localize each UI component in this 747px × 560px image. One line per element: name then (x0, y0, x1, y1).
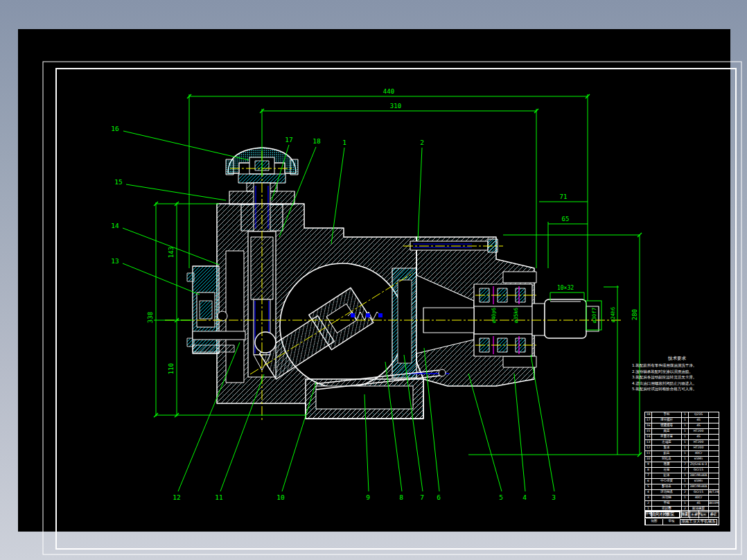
callout-2: 2 (420, 139, 424, 146)
dim-310: 310 (390, 103, 401, 110)
dim-440: 440 (383, 88, 394, 95)
callout-4: 4 (522, 493, 527, 501)
parts-table-row: 15阀盖1HT200 (645, 428, 719, 434)
dim-65: 65 (562, 216, 570, 222)
callout-12: 12 (173, 493, 180, 501)
material-label: 材料 (698, 511, 708, 518)
parts-table-row: 14变量活塞145 (645, 434, 719, 439)
qty-label: 数量 (689, 511, 699, 518)
desktop-background: { "colors":{"background_top":"#8794aa","… (0, 0, 747, 560)
callout-1: 1 (342, 139, 346, 146)
title-block-signatures: 制图 审核 (645, 519, 680, 525)
technical-note-line: 4.进出油口用螺塞封闭防止污物进入。 (632, 380, 722, 387)
dim-143: 143 (168, 247, 175, 258)
parts-table-row: 4滚动轴承2GCr15GB/T283 (645, 489, 719, 495)
callout-17: 17 (285, 136, 292, 143)
parts-table-row: 18手轮1Q235 (645, 412, 719, 417)
organization-name: 湖南工业大学机械系 (680, 519, 717, 525)
parts-table-row: 5配油盘138CrMoAlA (645, 484, 719, 489)
parts-table-row: 13左端盖1HT200 (645, 439, 719, 445)
parts-table-row: 2平键145GB1096 (645, 500, 719, 506)
parts-table-row: 16锁紧螺母145 (645, 423, 719, 428)
title-block-fields: 比例 数量 材料 图号 (680, 511, 717, 518)
callout-11: 11 (215, 493, 223, 501)
drafter-label: 制图 (645, 519, 662, 525)
parts-table-row: 3传动轴140Cr (645, 495, 719, 500)
parts-table-row: 6中心弹簧165Mn (645, 478, 719, 484)
technical-note-line: 1.装配前所有零件须用煤油清洗干净。 (632, 362, 722, 369)
parts-table-row: 7缸体138CrMoAlA (645, 473, 719, 478)
parts-table-row: 10回程盘165Mn (645, 456, 719, 462)
dim-bearing-inner-dia: ø35k6 (513, 307, 519, 323)
callout-16: 16 (111, 125, 119, 132)
dim-110: 110 (168, 363, 175, 374)
title-block-product: 轴向柱塞泵 (645, 511, 680, 518)
parts-table-row: 12泵体1HT200 (645, 445, 719, 450)
callout-6: 6 (437, 493, 441, 501)
callout-5: 5 (499, 493, 503, 501)
dim-338: 338 (147, 312, 154, 323)
callout-9: 9 (366, 493, 370, 501)
cad-drawing-canvas: 440 310 71 65 10×32 143 338 110 280 ø24h… (18, 29, 730, 532)
tech-notes-lines: 1.装配前所有零件须用煤油清洗干净。2.滚动轴承装配时应涂以润滑油脂。3.装配后… (632, 362, 722, 392)
callout-15: 15 (114, 178, 122, 186)
callout-18: 18 (313, 137, 321, 145)
parts-table-row: 11斜盘140Cr (645, 450, 719, 456)
pump-section-view (187, 148, 599, 419)
technical-note-line: 2.滚动轴承装配时应涂以润滑油脂。 (632, 369, 722, 375)
parts-table-row: 17调节螺杆145 (645, 417, 719, 423)
dim-shaft-end-dia: ø24h6 (610, 306, 616, 322)
scale-label: 比例 (680, 511, 689, 518)
cad-drawing: 440 310 71 65 10×32 143 338 110 280 ø24h… (18, 29, 747, 560)
checker-label: 审核 (662, 519, 680, 525)
parts-table: 18手轮1Q23517调节螺杆14516锁紧螺母14515阀盖1HT20014变… (644, 412, 719, 518)
dim-shaft-boxed-dia: ø30f7 (591, 308, 597, 324)
callout-13: 13 (111, 257, 118, 265)
drawing-no-label: 图号 (708, 511, 718, 518)
dim-280: 280 (631, 309, 638, 320)
technical-notes-title: 技术要求 (632, 355, 722, 362)
technical-note-line: 5.装配后经试运转检验合格方可入库。 (632, 386, 722, 392)
callout-8: 8 (399, 493, 403, 501)
dim-key: 10×32 (557, 285, 574, 291)
title-block: 轴向柱塞泵 比例 数量 材料 图号 制图 审核 湖南工业大学机械系 (644, 510, 719, 525)
callout-14: 14 (111, 222, 119, 229)
dim-71: 71 (560, 193, 568, 200)
parts-table-row: 8柱塞7GCr15 (645, 467, 719, 473)
callout-7: 7 (420, 493, 424, 501)
callout-10: 10 (276, 493, 285, 501)
technical-notes: 技术要求 1.装配前所有零件须用煤油清洗干净。2.滚动轴承装配时应涂以润滑油脂。… (632, 355, 722, 392)
dim-bearing-outer-dia: ø40p6 (491, 307, 497, 323)
callout-3: 3 (552, 493, 556, 501)
parts-table-row: 9滑履7ZQSn6-6-3 (645, 462, 719, 467)
technical-note-line: 3.装配后各运动副应运转灵活无卡滞。 (632, 374, 722, 380)
